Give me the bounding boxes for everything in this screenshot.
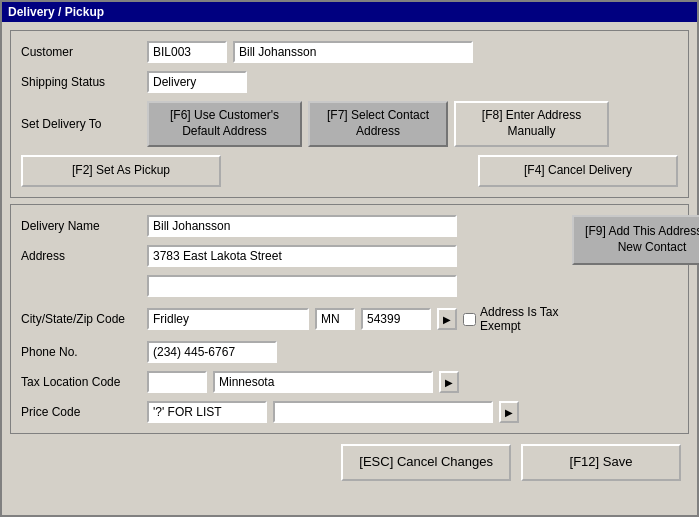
window-title: Delivery / Pickup [8, 5, 104, 19]
tax-location-row: Tax Location Code ▶ [21, 371, 562, 393]
f6-button[interactable]: [F6] Use Customer's Default Address [147, 101, 302, 147]
main-window: Delivery / Pickup Customer Shipping Stat… [0, 0, 699, 517]
top-section: Customer Shipping Status Set Delivery To… [10, 30, 689, 198]
price-code-row: Price Code ▶ [21, 401, 562, 423]
tax-location-label: Tax Location Code [21, 375, 141, 389]
detail-section: Delivery Name Address Cit [10, 204, 689, 434]
customer-row: Customer [21, 41, 678, 63]
bottom-buttons: [ESC] Cancel Changes [F12] Save [10, 440, 689, 485]
save-button[interactable]: [F12] Save [521, 444, 681, 481]
detail-inner: Delivery Name Address Cit [21, 215, 678, 423]
address-label: Address [21, 249, 141, 263]
shipping-status-label: Shipping Status [21, 75, 141, 89]
address-row: Address [21, 245, 562, 267]
customer-label: Customer [21, 45, 141, 59]
delivery-buttons-group: [F6] Use Customer's Default Address [F7]… [147, 101, 609, 147]
city-input[interactable] [147, 308, 309, 330]
f2-button[interactable]: [F2] Set As Pickup [21, 155, 221, 187]
f2-f4-row: [F2] Set As Pickup [F4] Cancel Delivery [21, 155, 678, 187]
price-code-label: Price Code [21, 405, 141, 419]
address2-row [21, 275, 562, 297]
tax-code-input[interactable] [147, 371, 207, 393]
delivery-name-row: Delivery Name [21, 215, 562, 237]
state-input[interactable] [315, 308, 355, 330]
price-lookup-button[interactable]: ▶ [499, 401, 519, 423]
shipping-status-input[interactable] [147, 71, 247, 93]
tax-lookup-button[interactable]: ▶ [439, 371, 459, 393]
f9-add-contact-button[interactable]: [F9] Add This Address As New Contact [572, 215, 699, 265]
delivery-name-input[interactable] [147, 215, 457, 237]
shipping-status-row: Shipping Status [21, 71, 678, 93]
zip-input[interactable] [361, 308, 431, 330]
zip-lookup-button[interactable]: ▶ [437, 308, 457, 330]
set-delivery-row: Set Delivery To [F6] Use Customer's Defa… [21, 101, 678, 147]
phone-input[interactable] [147, 341, 277, 363]
title-bar: Delivery / Pickup [2, 2, 697, 22]
tax-exempt-checkbox[interactable] [463, 313, 476, 326]
f8-button[interactable]: [F8] Enter Address Manually [454, 101, 609, 147]
tax-exempt-label: Address Is Tax Exempt [480, 305, 562, 333]
phone-row: Phone No. [21, 341, 562, 363]
address1-input[interactable] [147, 245, 457, 267]
phone-label: Phone No. [21, 345, 141, 359]
tax-desc-input[interactable] [213, 371, 433, 393]
price-desc-input[interactable] [273, 401, 493, 423]
detail-fields: Delivery Name Address Cit [21, 215, 562, 423]
city-state-zip-label: City/State/Zip Code [21, 312, 141, 326]
f7-button[interactable]: [F7] Select Contact Address [308, 101, 448, 147]
city-state-zip-row: City/State/Zip Code ▶ Address Is Tax Exe… [21, 305, 562, 333]
address2-input[interactable] [147, 275, 457, 297]
delivery-name-label: Delivery Name [21, 219, 141, 233]
f4-button[interactable]: [F4] Cancel Delivery [478, 155, 678, 187]
cancel-changes-button[interactable]: [ESC] Cancel Changes [341, 444, 511, 481]
tax-exempt-row: Address Is Tax Exempt [463, 305, 562, 333]
customer-name-input[interactable] [233, 41, 473, 63]
set-delivery-label: Set Delivery To [21, 117, 141, 131]
customer-id-input[interactable] [147, 41, 227, 63]
price-code-input[interactable] [147, 401, 267, 423]
right-section: [F9] Add This Address As New Contact [572, 215, 699, 423]
